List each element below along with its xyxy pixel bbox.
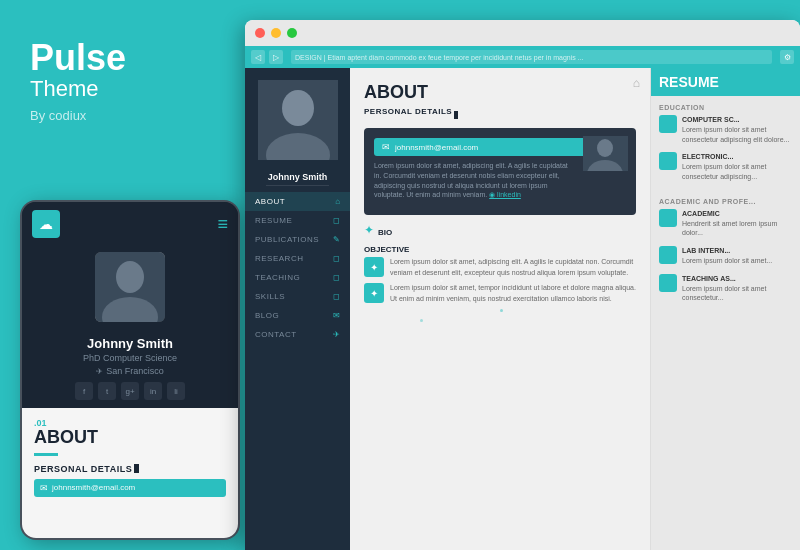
maximize-dot[interactable] — [287, 28, 297, 38]
mobile-topbar: ☁ ≡ — [22, 202, 238, 246]
browser-bar: ◁ ▷ DESIGN | Etiam aptent diam commodo e… — [245, 46, 800, 68]
sidebar-divider — [266, 185, 329, 186]
url-text: DESIGN | Etiam aptent diam commodo ex fe… — [295, 54, 584, 61]
minimize-dot[interactable] — [271, 28, 281, 38]
contact-link[interactable]: ◉ linkedin — [489, 191, 521, 198]
pub-icon: ✎ — [333, 235, 340, 244]
bio-subtitle: OBJECTIVE — [364, 245, 636, 254]
bio-text-1: Lorem ipsum dolor sit amet, adipiscing e… — [390, 257, 636, 278]
cloud-icon: ☁ — [32, 210, 60, 238]
forward-button[interactable]: ▷ — [269, 50, 283, 64]
resume-icon-3 — [659, 209, 677, 227]
desktop-sidebar: Johnny Smith ABOUT ⌂ RESUME ◻ PUBLICATIO… — [245, 68, 350, 550]
doc-icon: ◻ — [333, 216, 340, 225]
bio-icon-box-1: ✦ — [364, 257, 384, 277]
resume-title: RESUME — [659, 74, 719, 90]
sidebar-item-contact[interactable]: CONTACT ✈ — [245, 325, 350, 344]
url-bar[interactable]: DESIGN | Etiam aptent diam commodo ex fe… — [291, 50, 772, 64]
resume-text-4: LAB INTERN... Lorem ipsum dolor sit amet… — [682, 246, 772, 266]
svg-point-7 — [597, 139, 613, 157]
desktop-titlebar — [245, 20, 800, 46]
mobile-name: Johnny Smith — [22, 332, 238, 353]
close-dot[interactable] — [255, 28, 265, 38]
desktop-section-title: ABOUT — [364, 82, 636, 103]
email-icon: ✉ — [382, 142, 390, 152]
google-icon[interactable]: g+ — [121, 382, 139, 400]
sidebar-item-publications[interactable]: PUBLICATIONS ✎ — [245, 230, 350, 249]
avatar — [95, 252, 165, 322]
mobile-email-item: ✉ johnnsmith@email.com — [34, 479, 226, 497]
sidebar-item-research[interactable]: RESEARCH ◻ — [245, 249, 350, 268]
skills-icon: ◻ — [333, 292, 340, 301]
sidebar-item-about[interactable]: ABOUT ⌂ — [245, 192, 350, 211]
bio-item-1: ✦ Lorem ipsum dolor sit amet, adipiscing… — [364, 257, 636, 278]
academic-label: ACADEMIC AND PROFE... — [651, 190, 800, 209]
desktop-main: ⌂ ABOUT PERSONAL DETAILS ✉ johnnsmith@em… — [350, 68, 650, 550]
back-button[interactable]: ◁ — [251, 50, 265, 64]
sidebar-item-resume[interactable]: RESUME ◻ — [245, 211, 350, 230]
resume-item-1: COMPUTER SC... Lorem ipsum dolor sit ame… — [651, 115, 800, 152]
resume-header: RESUME — [651, 68, 800, 96]
mobile-mockup: ☁ ≡ Johnny Smith PhD Computer Science ✈ … — [20, 200, 240, 540]
mobile-social-links: f t g+ in li — [22, 382, 238, 408]
mobile-about-section: .01 ABOUT PERSONAL DETAILS ✉ johnnsmith@… — [22, 408, 238, 538]
home-icon: ⌂ — [335, 197, 340, 206]
teach-icon: ◻ — [333, 273, 340, 282]
resume-text-3: ACADEMIC Hendrerit sit amet lorem ipsum … — [682, 209, 792, 238]
settings-icon[interactable]: ⚙ — [780, 50, 794, 64]
section-title: ABOUT — [34, 428, 226, 448]
resume-item-3: ACADEMIC Hendrerit sit amet lorem ipsum … — [651, 209, 800, 246]
location-icon: ✈ — [96, 367, 103, 376]
brand-subtitle: Theme — [30, 76, 215, 102]
menu-icon[interactable]: ≡ — [217, 214, 228, 235]
desktop-personal-details-label: PERSONAL DETAILS — [364, 107, 636, 122]
bio-title: BIO — [378, 228, 392, 237]
bio-text-2: Lorem ipsum dolor sit amet, tempor incid… — [390, 283, 636, 304]
resume-text-5: TEACHING AS... Lorem ipsum dolor sit ame… — [682, 274, 792, 303]
desktop-right-panel: RESUME EDUCATION COMPUTER SC... Lorem ip… — [650, 68, 800, 550]
twitter-icon[interactable]: t — [98, 382, 116, 400]
about-section: ABOUT PERSONAL DETAILS ✉ johnnsmith@emai… — [350, 68, 650, 304]
bio-item-2: ✦ Lorem ipsum dolor sit amet, tempor inc… — [364, 283, 636, 304]
resume-icon-2 — [659, 152, 677, 170]
mobile-location: ✈ San Francisco — [22, 366, 238, 382]
facebook-icon[interactable]: f — [75, 382, 93, 400]
svg-point-4 — [282, 90, 314, 126]
contact-card: ✉ johnnsmith@email.com Lorem ipsum dolor… — [364, 128, 636, 215]
mobile-subtitle: PhD Computer Science — [22, 353, 238, 366]
resume-item-4: LAB INTERN... Lorem ipsum dolor sit amet… — [651, 246, 800, 274]
linkedin-icon[interactable]: li — [167, 382, 185, 400]
cursor — [134, 464, 139, 473]
resume-text-1: COMPUTER SC... Lorem ipsum dolor sit ame… — [682, 115, 792, 144]
resume-item-2: ELECTRONIC... Lorem ipsum dolor sit amet… — [651, 152, 800, 189]
main-home-icon: ⌂ — [633, 76, 640, 90]
desktop-content: Johnny Smith ABOUT ⌂ RESUME ◻ PUBLICATIO… — [245, 68, 800, 550]
mobile-avatar-section — [22, 246, 238, 332]
desktop-mockup: ◁ ▷ DESIGN | Etiam aptent diam commodo e… — [245, 20, 800, 550]
instagram-icon[interactable]: in — [144, 382, 162, 400]
bio-section: ✦ BIO OBJECTIVE ✦ Lorem ipsum dolor sit … — [364, 223, 636, 304]
sidebar-item-teaching[interactable]: TEACHING ◻ — [245, 268, 350, 287]
contact-icon: ✈ — [333, 330, 340, 339]
blog-icon: ✉ — [333, 311, 340, 320]
contact-photo — [583, 136, 628, 171]
resume-icon-4 — [659, 246, 677, 264]
brand-by: By codiux — [30, 108, 215, 123]
desktop-avatar — [258, 80, 338, 160]
email-icon: ✉ — [40, 483, 48, 493]
resume-icon-5 — [659, 274, 677, 292]
sidebar-item-blog[interactable]: BLOG ✉ — [245, 306, 350, 325]
sidebar-item-skills[interactable]: SKILLS ◻ — [245, 287, 350, 306]
education-label: EDUCATION — [651, 96, 800, 115]
bio-icon: ✦ — [364, 223, 374, 237]
cursor — [454, 111, 458, 119]
personal-details-label: PERSONAL DETAILS — [34, 464, 226, 474]
brand-title: Pulse — [30, 40, 215, 76]
section-divider — [34, 453, 58, 456]
left-branding-panel: Pulse Theme By codiux ☁ ≡ Johnny Smith P… — [0, 0, 245, 550]
bio-icon-box-2: ✦ — [364, 283, 384, 303]
resume-item-5: TEACHING AS... Lorem ipsum dolor sit ame… — [651, 274, 800, 311]
resume-text-2: ELECTRONIC... Lorem ipsum dolor sit amet… — [682, 152, 792, 181]
svg-point-1 — [116, 261, 144, 293]
resume-icon-1 — [659, 115, 677, 133]
